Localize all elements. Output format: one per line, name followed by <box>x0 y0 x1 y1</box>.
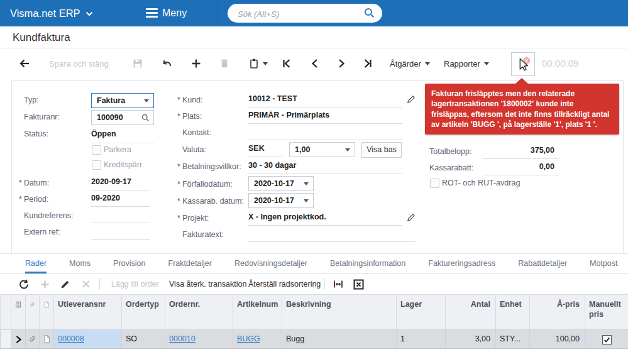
reports-label: Rapporter <box>444 59 480 69</box>
ordernr-link[interactable]: 000010 <box>169 334 196 343</box>
cell-ordertyp[interactable]: SO <box>122 330 165 348</box>
valuta-rate-select[interactable]: 1,00 <box>289 142 355 157</box>
manuellt-pris-checkbox[interactable] <box>602 335 612 345</box>
menu-icon[interactable] <box>146 8 158 19</box>
utleveransnr-link[interactable]: 000008 <box>58 334 84 343</box>
grid-data-row[interactable]: 000008 SO 000010 BUGG Bugg 1 3,00 STY...… <box>0 330 628 349</box>
cell-enhet[interactable]: STY... <box>496 330 530 348</box>
header-manuellt-pris[interactable]: Manuellt pris <box>585 295 628 329</box>
kund-value[interactable]: 10012 - TEST <box>248 92 402 108</box>
first-record-button[interactable] <box>282 55 291 72</box>
menu-button[interactable]: Meny <box>162 0 187 26</box>
cell-artikelnummer[interactable]: BUGG <box>233 330 282 348</box>
cell-apris[interactable]: 100,00 <box>530 330 585 348</box>
fakturatext-value[interactable] <box>248 226 415 242</box>
tab-betalningsinformation[interactable]: Betalningsinformation <box>330 254 405 273</box>
tab-faktureringsadress[interactable]: Faktureringsadress <box>428 254 495 273</box>
cell-manuellt-pris[interactable] <box>585 330 628 348</box>
tab-fraktdetaljer[interactable]: Fraktdetaljer <box>168 254 212 273</box>
timer-display: 00:00:09 <box>542 55 578 72</box>
prev-record-button[interactable] <box>311 55 318 72</box>
copy-paste-button[interactable] <box>249 55 268 72</box>
row-attachment-cell[interactable] <box>26 330 40 348</box>
search-input[interactable] <box>236 6 358 21</box>
chevron-down-icon[interactable] <box>85 11 93 16</box>
plats-value[interactable]: PRIMÄR - Primärplats <box>248 108 402 124</box>
betalningsvillkor-value[interactable]: 30 - 30 dagar <box>248 158 402 174</box>
parkera-label[interactable]: Parkera <box>104 144 131 155</box>
header-apris[interactable]: Å-pris <box>530 295 585 329</box>
header-document-column[interactable] <box>40 295 54 329</box>
parkera-checkbox[interactable] <box>92 145 101 155</box>
header-ordernr[interactable]: Ordernr. <box>165 295 233 329</box>
projekt-value[interactable]: X - Ingen projektkod. <box>248 210 402 226</box>
export-excel-button[interactable] <box>353 277 364 291</box>
grid-add-button[interactable] <box>40 277 50 291</box>
header-ordertyp[interactable]: Ordertyp <box>122 295 165 329</box>
fakturanr-input[interactable]: 100090 <box>91 110 154 125</box>
add-button[interactable] <box>191 55 201 72</box>
header-antal[interactable]: Antal <box>446 295 496 329</box>
datum-value[interactable]: 2020-09-17 <box>91 175 150 190</box>
rot-rut-label[interactable]: ROT- och RUT-avdrag <box>442 177 520 189</box>
add-order-button[interactable]: Lägg till order <box>111 277 159 291</box>
rot-rut-checkbox[interactable] <box>430 179 439 188</box>
search-icon[interactable] <box>364 8 375 18</box>
row-document-cell[interactable] <box>40 330 54 348</box>
undo-button[interactable] <box>162 55 172 72</box>
kundreferens-value[interactable] <box>91 207 150 223</box>
header-utleveransnr[interactable]: Utleveransnr <box>54 295 122 329</box>
period-value[interactable]: 09-2020 <box>91 191 150 207</box>
kreditsparr-checkbox[interactable] <box>92 160 101 170</box>
fit-width-button[interactable] <box>333 277 343 291</box>
kreditsparr-label[interactable]: Kreditspärr <box>104 159 142 170</box>
brand-menu[interactable]: Visma.net ERP <box>10 0 80 26</box>
header-enhet[interactable]: Enhet <box>496 295 530 329</box>
next-record-button[interactable] <box>338 55 346 72</box>
extern-ref-value[interactable] <box>91 224 150 240</box>
header-artikelnummer[interactable]: Artikelnum <box>233 295 282 329</box>
forfallodatum-select[interactable]: 2020-10-17 <box>248 176 314 191</box>
save-button[interactable] <box>133 55 143 72</box>
reset-sort-label: Återställ radsortering <box>248 280 321 289</box>
kassarab-datum-select[interactable]: 2020-10-17 <box>248 193 314 208</box>
grid-delete-button[interactable] <box>82 277 91 291</box>
edit-projekt-icon[interactable] <box>407 213 416 222</box>
valuta-currency[interactable]: SEK <box>248 141 283 157</box>
totalbelopp-value: 375,00 <box>483 143 559 159</box>
delete-button[interactable] <box>219 55 229 72</box>
reports-menu-button[interactable]: Rapporter <box>444 55 489 72</box>
artikelnummer-link[interactable]: BUGG <box>237 334 260 343</box>
header-notes-column[interactable] <box>11 295 26 329</box>
last-record-button[interactable] <box>363 55 373 72</box>
tab-rabattdetaljer[interactable]: Rabattdetaljer <box>518 254 567 273</box>
kontakt-value[interactable] <box>248 124 402 140</box>
back-button[interactable] <box>19 55 30 72</box>
tab-redovisningsdetaljer[interactable]: Redovisningsdetaljer <box>234 254 307 273</box>
grid-edit-button[interactable] <box>60 277 70 291</box>
save-and-close-button[interactable]: Spara och stäng <box>49 55 109 72</box>
tab-provision[interactable]: Provision <box>113 254 145 273</box>
tab-motpost[interactable]: Motpost <box>590 254 617 273</box>
grid-refresh-button[interactable] <box>19 277 30 291</box>
visa-bas-button[interactable]: Visa bas <box>361 142 402 158</box>
release-status-button[interactable] <box>511 52 535 76</box>
header-beskrivning[interactable]: Beskrivning <box>282 295 397 329</box>
typ-select[interactable]: Faktura <box>91 93 154 108</box>
cell-beskrivning[interactable]: Bugg <box>282 330 397 348</box>
cell-lager[interactable]: 1 <box>397 330 446 348</box>
tab-rader[interactable]: Rader <box>25 254 47 273</box>
tab-moms[interactable]: Moms <box>69 254 91 273</box>
show-reversing-button[interactable]: Visa återk. transaktion <box>169 277 246 291</box>
top-bar: Visma.net ERP Meny <box>0 0 628 26</box>
cell-antal[interactable]: 3,00 <box>446 330 496 348</box>
actions-menu-button[interactable]: Åtgärder <box>390 55 430 72</box>
cell-utleveransnr[interactable]: 000008 <box>54 330 122 348</box>
header-attachment-column[interactable] <box>26 295 40 329</box>
save-icon <box>133 58 143 69</box>
edit-kund-icon[interactable] <box>407 95 416 104</box>
cell-ordernr[interactable]: 000010 <box>165 330 233 348</box>
header-lager[interactable]: Lager <box>397 295 446 329</box>
lookup-icon[interactable] <box>141 114 150 122</box>
reset-sort-button[interactable]: Återställ radsortering <box>248 277 321 291</box>
